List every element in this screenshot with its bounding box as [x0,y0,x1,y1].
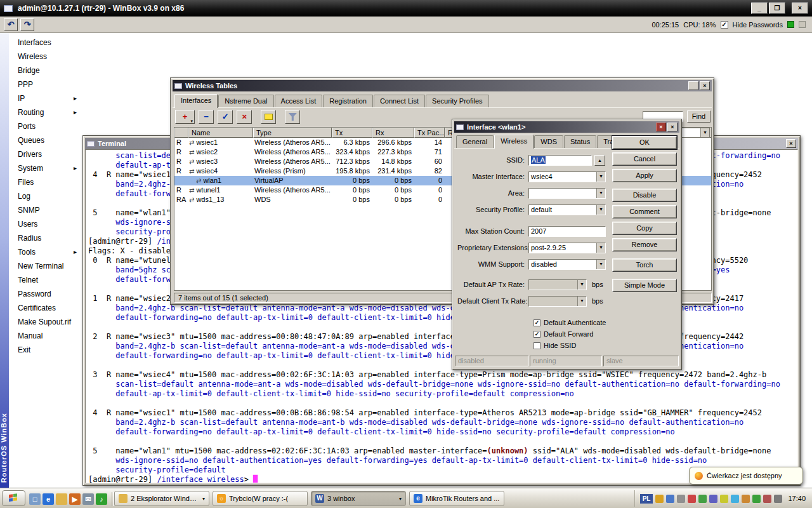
sidebar-item-log[interactable]: Log [9,189,80,203]
show-desktop-icon[interactable]: □ [29,493,41,505]
tray-icon-5[interactable] [698,495,707,503]
column-header-tx-pac[interactable]: Tx Pac... [414,128,445,138]
column-header-tx[interactable]: Tx [332,128,372,138]
sidebar-item-password[interactable]: Password [9,287,80,301]
field-select-area[interactable]: ▼ [528,188,606,199]
chevron-down-icon[interactable]: ▼ [596,189,605,198]
notification-balloon[interactable]: Ćwierkacz jest dostępny [689,467,803,485]
redo-button[interactable]: ↷ [20,18,34,31]
dialog-tab-general[interactable]: General [456,135,494,148]
chevron-down-icon[interactable]: ▼ [596,205,605,215]
column-header-rx[interactable]: Rx [372,128,414,138]
tray-icon-7[interactable] [720,495,728,503]
wireless-tables-close-button[interactable]: × [700,81,710,90]
internet-explorer-icon[interactable]: e [43,493,54,505]
checkbox-default-forward[interactable]: ✓Default Forward [534,329,593,339]
apply-button[interactable]: Apply [612,169,677,182]
terminal-close-button[interactable]: × [786,139,796,148]
task-button-mikrotik-routers-and[interactable]: eMikroTik Routers and ... [409,491,504,506]
sidebar-item-telnet[interactable]: Telnet [9,273,80,287]
wireless-tables-restore-button[interactable] [688,81,698,90]
disable-button[interactable]: Disable [612,189,677,202]
sidebar-item-queues[interactable]: Queues [9,133,80,147]
mail-icon[interactable]: ✉ [82,493,94,505]
find-button[interactable]: Find [687,110,710,123]
sidebar-item-snmp[interactable]: SNMP [9,203,80,217]
task-button-2-eksplorator-windows[interactable]: 2 Eksplorator Windows▾ [114,491,209,506]
field-select-wmm-support[interactable]: disabled▼ [528,259,606,270]
filter-button[interactable] [285,110,300,124]
tab-nstreme-dual[interactable]: Nstreme Dual [218,95,273,107]
tab-access-list[interactable]: Access List [275,95,323,107]
tray-icon-1[interactable] [655,495,664,503]
add-button[interactable]: +▾ [175,110,195,124]
tray-icon-4[interactable] [688,495,696,503]
sidebar-item-manual[interactable]: Manual [9,329,80,343]
column-header-blank[interactable] [174,128,188,138]
field-input-max-station-count[interactable]: 2007 [528,226,606,237]
checkbox-box[interactable] [534,342,540,349]
tray-icon-6[interactable] [709,495,717,503]
chevron-down-icon[interactable]: ▼ [596,172,605,182]
dialog-pin-button[interactable]: × [656,123,666,131]
dialog-close-button[interactable]: × [667,123,678,131]
wireless-tables-titlebar[interactable]: Wireless Tables × [173,80,712,91]
enable-button[interactable]: ✓ [218,110,233,124]
field-select-security-profile[interactable]: default▼ [528,204,606,215]
task-button-3-winbox[interactable]: W3 winbox▾ [311,491,406,506]
checkbox-hide-ssid[interactable]: Hide SSID [534,340,576,351]
checkbox-box[interactable]: ✓ [534,319,540,326]
torch-button[interactable]: Torch [612,258,677,272]
sidebar-item-exit[interactable]: Exit [9,343,80,357]
remove-button[interactable]: Remove [612,238,677,251]
sidebar-item-new-terminal[interactable]: New Terminal [9,259,80,273]
undo-button[interactable]: ↶ [4,18,18,31]
tray-icon-3[interactable] [677,495,685,503]
sidebar-item-users[interactable]: Users [9,217,80,231]
tray-icon-12[interactable] [774,495,782,503]
chevron-down-icon[interactable]: ▾ [399,496,402,502]
hide-passwords-checkbox[interactable]: ✓ [721,21,728,29]
sidebar-item-drivers[interactable]: Drivers [9,147,80,161]
dialog-tab-wireless[interactable]: Wireless [494,135,534,149]
minimize-button[interactable]: _ [751,3,768,14]
field-select-proprietary-extensions[interactable]: post-2.9.25▼ [528,243,606,253]
sidebar-item-interfaces[interactable]: Interfaces [9,36,80,50]
start-button[interactable] [2,490,25,506]
tray-icon-2[interactable] [666,495,674,503]
sidebar-item-bridge[interactable]: Bridge [9,64,80,77]
cancel-button[interactable]: Cancel [612,152,677,166]
simple-mode-button[interactable]: Simple Mode [612,279,677,292]
tray-icon-9[interactable] [742,495,750,503]
sidebar-item-make-supout-rif[interactable]: Make Supout.rif [9,315,80,329]
tab-interfaces[interactable]: Interfaces [174,94,218,108]
tab-security-profiles[interactable]: Security Profiles [426,95,488,107]
field-select-default-ap-tx-rate[interactable]: ▼ [528,279,587,290]
messenger-icon[interactable]: ♪ [96,493,107,505]
column-header-type[interactable]: Type [253,128,332,138]
dialog-tab-wds[interactable]: WDS [534,135,563,148]
checkbox-default-authenticate[interactable]: ✓Default Authenticate [534,318,606,328]
expand-up-button[interactable]: ▲ [594,155,605,166]
sidebar-item-routing[interactable]: Routing▸ [9,105,80,119]
tray-icon-11[interactable] [763,495,771,503]
dialog-tab-status[interactable]: Status [564,135,596,148]
tray-icon-8[interactable] [731,495,739,503]
sidebar-item-ppp[interactable]: PPP [9,77,80,91]
task-button-trybcio-w-pracy[interactable]: ☼Trybcio(W pracy :-( [213,491,308,506]
sidebar-item-radius[interactable]: Radius [9,231,80,245]
field-select-master-interface[interactable]: wsiec4▼ [528,171,606,182]
column-header-name[interactable]: Name [188,128,253,138]
close-button[interactable]: × [792,3,808,14]
sidebar-item-ports[interactable]: Ports [9,119,80,133]
chevron-down-icon[interactable]: ▼ [596,243,605,253]
copy-button[interactable]: Copy [612,222,677,235]
sidebar-item-tools[interactable]: Tools▸ [9,245,80,259]
comment-button[interactable]: Comment [612,205,677,218]
media-player-icon[interactable]: ▶ [69,493,81,505]
chevron-down-icon[interactable]: ▼ [700,128,709,137]
field-select-default-client-tx-rate[interactable]: ▼ [528,296,587,307]
sidebar-item-ip[interactable]: IP▸ [9,91,80,105]
chevron-down-icon[interactable]: ▼ [577,297,586,306]
sidebar-item-wireless[interactable]: Wireless [9,50,80,64]
